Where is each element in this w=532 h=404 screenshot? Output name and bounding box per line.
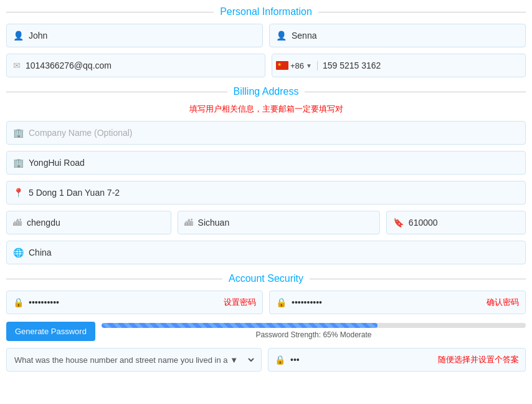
country-row: 🌐 [6, 241, 526, 264]
security-question-select[interactable]: What was the house number and street nam… [12, 355, 256, 365]
zip-input[interactable] [409, 218, 519, 228]
first-name-input[interactable] [29, 31, 256, 41]
user-icon: 👤 [13, 31, 24, 41]
email-icon: ✉ [13, 60, 21, 70]
country-input[interactable] [29, 248, 519, 257]
billing-subtitle: 填写用户相关信息，主要邮箱一定要填写对 [6, 103, 526, 115]
state-field[interactable]: 🏙 [178, 211, 380, 234]
password-strength-bar [102, 323, 526, 328]
globe-icon: 🌐 [13, 248, 24, 257]
password-field[interactable]: 🔒 设置密码 [6, 291, 263, 314]
confirm-password-field[interactable]: 🔒 确认密码 [269, 291, 526, 314]
address1-field[interactable]: 🏢 [6, 151, 526, 175]
address1-input[interactable] [29, 158, 519, 168]
generate-strength-row: Generate Password Password Strength: 65%… [6, 320, 526, 342]
building-icon-2: 🏢 [13, 158, 24, 168]
zip-field[interactable]: 🔖 [386, 211, 526, 234]
address1-row: 🏢 [6, 151, 526, 175]
strength-label: Password Strength: 65% Moderate [102, 330, 526, 339]
city-input[interactable] [27, 218, 164, 228]
personal-info-title: Personal Information [6, 6, 526, 17]
lock-icon: 🔒 [13, 297, 24, 307]
city-field[interactable]: 🏙 [6, 211, 171, 234]
strength-fill [102, 323, 378, 328]
city-state-zip-row: 🏙 🏙 🔖 [6, 211, 526, 234]
email-field[interactable]: ✉ [6, 54, 265, 77]
password-input[interactable] [29, 297, 219, 307]
confirm-password-hint: 确认密码 [487, 297, 519, 308]
security-title: Account Security [6, 273, 526, 284]
phone-dropdown-arrow: ▼ [306, 62, 312, 69]
name-row: 👤 👤 [6, 24, 526, 47]
password-hint: 设置密码 [224, 297, 256, 308]
state-input[interactable] [198, 218, 373, 228]
user-icon-2: 👤 [276, 31, 287, 41]
cn-flag [276, 61, 288, 70]
lock-icon-2: 🔒 [276, 297, 287, 307]
country-code-selector[interactable]: +86 ▼ [276, 61, 318, 70]
state-icon: 🏙 [184, 218, 193, 228]
country-code: +86 [290, 61, 304, 70]
country-field[interactable]: 🌐 [6, 241, 526, 264]
security-qa-row: What was the house number and street nam… [6, 348, 526, 372]
generate-password-button[interactable]: Generate Password [6, 322, 95, 341]
first-name-field[interactable]: 👤 [6, 24, 263, 47]
city-icon: 🏙 [13, 218, 22, 228]
email-input[interactable] [26, 60, 259, 70]
address2-row: 📍 [6, 181, 526, 204]
phone-input[interactable] [323, 60, 521, 70]
last-name-input[interactable] [292, 31, 519, 41]
password-row: 🔒 设置密码 🔒 确认密码 [6, 291, 526, 314]
location-icon: 📍 [13, 188, 24, 198]
password-strength-container: Password Strength: 65% Moderate [102, 320, 526, 342]
building-icon: 🏢 [13, 128, 24, 138]
address2-field[interactable]: 📍 [6, 181, 526, 204]
security-answer-field[interactable]: 🔒 随便选择并设置个答案 [268, 348, 526, 372]
contact-row: ✉ +86 ▼ [6, 54, 526, 77]
security-answer-input[interactable] [290, 355, 433, 365]
company-row: 🏢 [6, 121, 526, 145]
company-field[interactable]: 🏢 [6, 121, 526, 145]
billing-title: Billing Address [6, 86, 526, 97]
security-answer-hint: 随便选择并设置个答案 [438, 354, 519, 365]
zip-icon: 🔖 [393, 218, 404, 228]
address2-input[interactable] [29, 188, 519, 198]
confirm-password-input[interactable] [292, 297, 482, 307]
lock-icon-3: 🔒 [275, 355, 285, 365]
company-input[interactable] [29, 128, 519, 138]
last-name-field[interactable]: 👤 [269, 24, 526, 47]
phone-field[interactable]: +86 ▼ [272, 54, 526, 77]
security-question-field[interactable]: What was the house number and street nam… [6, 348, 262, 372]
